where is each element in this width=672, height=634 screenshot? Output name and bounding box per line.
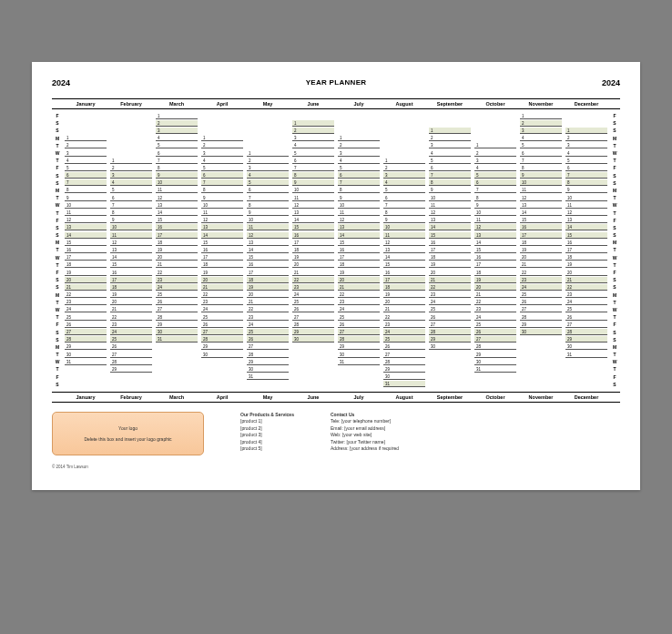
day-cell: 6 xyxy=(565,165,607,171)
grid-row: S201723201822201721192321S xyxy=(52,276,620,283)
day-cell: 24 xyxy=(474,314,516,321)
day-cell: 27 xyxy=(383,352,425,358)
month-header: October xyxy=(473,101,518,107)
day-cell: 18 xyxy=(65,261,107,268)
day-cell: 9 xyxy=(156,172,198,179)
day-cell: 22 xyxy=(520,270,562,276)
day-cell: 23 xyxy=(520,277,562,283)
day-cell: 22 xyxy=(247,306,289,312)
day-cell: 28 xyxy=(201,336,243,343)
day-cell: 8 xyxy=(520,165,562,171)
contact-web: Web: [your web site] xyxy=(331,432,399,439)
day-cell: 14 xyxy=(520,210,562,216)
calendar-grid: F11FS212SS32131SM14131242MT252423153TW36… xyxy=(52,112,620,388)
day-cell: 20 xyxy=(565,270,607,276)
day-cell: 5 xyxy=(338,165,380,171)
day-cell: 25 xyxy=(156,291,198,298)
month-header: January xyxy=(63,394,108,400)
day-cell: 21 xyxy=(383,306,425,312)
day-cell xyxy=(429,113,471,119)
day-cell: 26 xyxy=(65,322,107,328)
day-cell: 19 xyxy=(429,261,471,268)
day-cell xyxy=(110,128,152,134)
day-cell xyxy=(338,366,380,373)
day-cell: 2 xyxy=(565,135,607,141)
day-cell: 11 xyxy=(383,232,425,239)
day-cell: 16 xyxy=(110,270,152,276)
day-cell: 20 xyxy=(520,254,562,261)
day-cell: 26 xyxy=(292,306,334,312)
day-cell: 24 xyxy=(429,299,471,305)
day-cell: 19 xyxy=(292,254,334,261)
day-cell: 27 xyxy=(429,322,471,328)
day-cell: 5 xyxy=(247,179,289,186)
day-cell: 18 xyxy=(565,254,607,261)
day-cell: 26 xyxy=(520,299,562,305)
day-cell: 19 xyxy=(110,291,152,298)
day-letter-left: S xyxy=(52,382,63,387)
day-cell xyxy=(474,120,516,127)
day-cell: 11 xyxy=(474,217,516,223)
day-cell: 22 xyxy=(565,284,607,291)
day-cell: 17 xyxy=(65,254,107,261)
day-cell xyxy=(110,120,152,127)
day-cell: 16 xyxy=(247,261,289,268)
grid-row: T232026232125232024222624T xyxy=(52,299,620,306)
day-cell xyxy=(565,381,607,387)
day-cell: 6 xyxy=(65,172,107,179)
day-letter-right: S xyxy=(609,284,620,290)
month-header: May xyxy=(245,394,290,400)
day-cell: 8 xyxy=(65,187,107,193)
day-cell: 24 xyxy=(65,306,107,312)
day-cell: 29 xyxy=(565,336,607,343)
day-cell: 13 xyxy=(247,240,289,246)
day-cell: 2 xyxy=(429,135,471,141)
day-cell: 25 xyxy=(565,306,607,312)
day-cell: 14 xyxy=(429,224,471,230)
day-cell: 6 xyxy=(110,195,152,201)
day-cell: 23 xyxy=(201,299,243,305)
day-cell: 5 xyxy=(65,165,107,171)
day-letter-left: T xyxy=(52,366,63,372)
day-cell: 18 xyxy=(247,277,289,283)
grid-row: T29302931T xyxy=(52,365,620,373)
day-cell: 10 xyxy=(247,217,289,223)
day-cell: 13 xyxy=(338,224,380,230)
day-cell: 9 xyxy=(474,202,516,209)
day-cell: 1 xyxy=(474,142,516,148)
day-cell xyxy=(565,373,607,380)
day-letter-left: T xyxy=(52,158,63,163)
day-cell xyxy=(520,343,562,350)
day-cell: 21 xyxy=(429,277,471,283)
contact-block: Contact Us Tele: [your telephone number]… xyxy=(331,412,399,455)
day-cell: 12 xyxy=(474,224,516,230)
day-cell: 8 xyxy=(383,210,425,216)
day-cell: 25 xyxy=(520,291,562,298)
day-letter-left: T xyxy=(52,143,63,148)
day-cell: 19 xyxy=(520,247,562,253)
day-cell: 13 xyxy=(110,247,152,253)
day-cell: 21 xyxy=(156,261,198,268)
day-cell: 9 xyxy=(292,179,334,186)
day-cell xyxy=(110,373,152,380)
grid-row: M221925222024221923212523M xyxy=(52,291,620,299)
day-letter-right: W xyxy=(609,150,620,156)
day-cell: 1 xyxy=(201,135,243,141)
day-cell: 7 xyxy=(520,158,562,164)
day-cell: 11 xyxy=(429,202,471,209)
month-header: September xyxy=(427,394,473,400)
day-cell xyxy=(429,352,471,358)
day-cell: 16 xyxy=(338,247,380,253)
day-cell: 27 xyxy=(65,329,107,335)
day-cell: 14 xyxy=(156,210,198,216)
day-letter-right: F xyxy=(609,374,620,380)
day-cell xyxy=(338,128,380,134)
day-cell: 7 xyxy=(247,195,289,201)
month-header: April xyxy=(199,394,245,400)
day-cell xyxy=(292,352,334,358)
day-cell xyxy=(247,113,289,119)
day-cell: 30 xyxy=(383,373,425,380)
day-cell: 18 xyxy=(292,247,334,253)
day-cell: 26 xyxy=(201,322,243,328)
day-cell: 26 xyxy=(338,322,380,328)
